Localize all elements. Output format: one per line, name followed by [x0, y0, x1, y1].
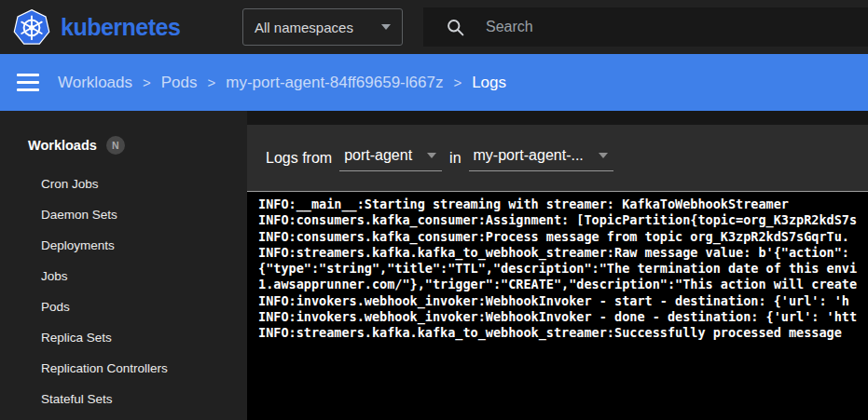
app-bar: Workloads > Pods > my-port-agent-84ff696…	[0, 54, 868, 111]
container-selector-value: port-agent	[344, 147, 412, 164]
log-line: INFO:__main__:Starting streaming with st…	[258, 196, 868, 212]
sidebar-item-jobs[interactable]: Jobs	[0, 261, 247, 291]
logs-title-infix: in	[449, 150, 461, 167]
log-console[interactable]: INFO:__main__:Starting streaming with st…	[247, 191, 868, 420]
search-icon	[446, 18, 465, 37]
new-badge: N	[106, 136, 125, 155]
breadcrumb-workloads[interactable]: Workloads	[58, 74, 132, 92]
sidebar-list: Cron Jobs Daemon Sets Deployments Jobs P…	[0, 169, 247, 414]
sidebar-item-replica-sets[interactable]: Replica Sets	[0, 322, 247, 353]
breadcrumb-separator: >	[208, 75, 216, 90]
brand[interactable]: kubernetes	[0, 8, 242, 46]
breadcrumb-pod-name[interactable]: my-port-agent-84ff69659-l667z	[226, 74, 443, 92]
menu-icon[interactable]	[17, 74, 39, 91]
sidebar-item-pods[interactable]: Pods	[0, 291, 247, 322]
breadcrumb-pods[interactable]: Pods	[161, 74, 198, 92]
logs-toolbar: Logs from port-agent in my-port-agent-..…	[247, 125, 868, 191]
log-line: INFO:invokers.webhook_invoker:WebhookInv…	[258, 293, 868, 309]
brand-name: kubernetes	[61, 14, 180, 41]
log-line: 1.awsapprunner.com/"},"trigger":"CREATE"…	[258, 277, 868, 292]
pod-selector[interactable]: my-port-agent-...	[469, 144, 613, 171]
breadcrumb-current-logs: Logs	[472, 74, 506, 92]
main-area: Logs from port-agent in my-port-agent-..…	[247, 111, 868, 420]
top-bar: kubernetes All namespaces	[0, 0, 868, 54]
search-input[interactable]	[486, 19, 868, 35]
sidebar-item-replication-controllers[interactable]: Replication Controllers	[0, 353, 247, 384]
logs-card: Logs from port-agent in my-port-agent-..…	[247, 125, 868, 420]
breadcrumb-separator: >	[453, 75, 462, 90]
kubernetes-logo-icon	[13, 8, 50, 46]
search-box[interactable]	[423, 7, 868, 47]
chevron-down-icon	[427, 153, 436, 158]
content: Workloads N Cron Jobs Daemon Sets Deploy…	[0, 111, 868, 420]
log-line: INFO:streamers.kafka.kafka_to_webhook_st…	[258, 245, 868, 261]
sidebar-section-workloads[interactable]: Workloads N	[0, 135, 247, 156]
log-line: {"type":"string","title":"TTL","descript…	[258, 261, 868, 277]
breadcrumb-separator: >	[143, 75, 151, 90]
breadcrumb: Workloads > Pods > my-port-agent-84ff696…	[58, 74, 506, 92]
log-line: INFO:invokers.webhook_invoker:WebhookInv…	[258, 309, 868, 325]
kubernetes-dashboard: kubernetes All namespaces Workloads > Po…	[0, 0, 868, 420]
log-line: INFO:streamers.kafka.kafka_to_webhook_st…	[258, 325, 868, 341]
sidebar-item-daemon-sets[interactable]: Daemon Sets	[0, 199, 247, 230]
sidebar-item-stateful-sets[interactable]: Stateful Sets	[0, 384, 247, 414]
log-line: INFO:consumers.kafka_consumer:Process me…	[258, 229, 868, 245]
chevron-down-icon	[381, 24, 391, 30]
container-selector[interactable]: port-agent	[339, 144, 442, 171]
namespace-selector[interactable]: All namespaces	[242, 8, 403, 46]
sidebar: Workloads N Cron Jobs Daemon Sets Deploy…	[0, 111, 247, 420]
sidebar-item-deployments[interactable]: Deployments	[0, 230, 247, 261]
sidebar-item-cron-jobs[interactable]: Cron Jobs	[0, 169, 247, 199]
pod-selector-value: my-port-agent-...	[474, 147, 584, 164]
logs-title-prefix: Logs from	[266, 150, 332, 167]
sidebar-section-label: Workloads	[28, 138, 97, 153]
chevron-down-icon	[599, 153, 608, 158]
log-line: INFO:consumers.kafka_consumer:Assignment…	[258, 212, 868, 228]
namespace-selector-value: All namespaces	[255, 20, 381, 35]
